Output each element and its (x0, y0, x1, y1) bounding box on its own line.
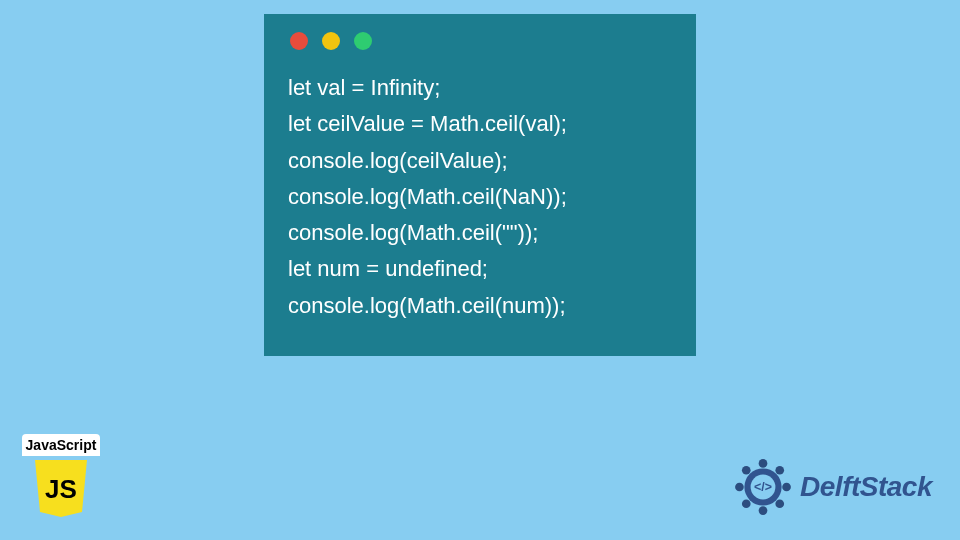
code-card: let val = Infinity; let ceilValue = Math… (264, 14, 696, 356)
code-line: console.log(ceilValue); (288, 143, 672, 179)
svg-point-7 (742, 499, 751, 508)
delftstack-logo-icon: </> (732, 456, 794, 518)
code-block: let val = Infinity; let ceilValue = Math… (288, 70, 672, 324)
code-line: console.log(Math.ceil("")); (288, 215, 672, 251)
maximize-icon (354, 32, 372, 50)
window-controls (288, 32, 672, 50)
code-line: let num = undefined; (288, 251, 672, 287)
svg-point-5 (775, 499, 784, 508)
svg-text:</>: </> (754, 480, 772, 494)
javascript-label: JavaScript (22, 434, 100, 456)
delftstack-badge: </> DelftStack (732, 456, 932, 518)
minimize-icon (322, 32, 340, 50)
javascript-badge: JavaScript JS (22, 434, 100, 518)
delftstack-text: DelftStack (800, 471, 932, 503)
svg-point-4 (782, 483, 791, 492)
svg-text:JS: JS (45, 474, 77, 504)
svg-point-3 (775, 466, 784, 475)
close-icon (290, 32, 308, 50)
code-line: console.log(Math.ceil(num)); (288, 288, 672, 324)
svg-point-8 (735, 483, 744, 492)
svg-point-9 (742, 466, 751, 475)
svg-point-6 (759, 506, 768, 515)
code-line: console.log(Math.ceil(NaN)); (288, 179, 672, 215)
svg-point-2 (759, 459, 768, 468)
code-line: let ceilValue = Math.ceil(val); (288, 106, 672, 142)
javascript-logo-icon: JS (31, 458, 91, 518)
code-line: let val = Infinity; (288, 70, 672, 106)
